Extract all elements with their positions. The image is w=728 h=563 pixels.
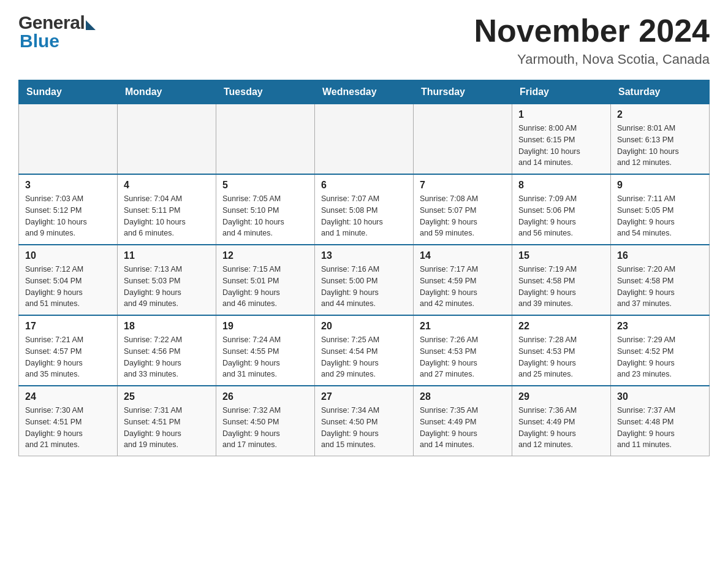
logo: General Blue [18,12,96,52]
calendar-cell: 1Sunrise: 8:00 AM Sunset: 6:15 PM Daylig… [512,104,611,175]
weekday-header-saturday: Saturday [611,80,710,104]
calendar-cell: 28Sunrise: 7:35 AM Sunset: 4:49 PM Dayli… [414,386,512,456]
logo-text-general: General [18,12,85,33]
day-number: 16 [617,250,703,261]
day-info: Sunrise: 8:01 AM Sunset: 6:13 PM Dayligh… [617,123,703,169]
day-number: 17 [25,321,111,332]
logo-blue-row: Blue [20,31,59,52]
week-row-3: 10Sunrise: 7:12 AM Sunset: 5:04 PM Dayli… [19,245,710,315]
day-info: Sunrise: 7:16 AM Sunset: 5:00 PM Dayligh… [321,264,407,310]
calendar-cell: 17Sunrise: 7:21 AM Sunset: 4:57 PM Dayli… [19,315,118,386]
calendar-cell: 25Sunrise: 7:31 AM Sunset: 4:51 PM Dayli… [118,386,216,456]
calendar-cell [216,104,315,175]
day-info: Sunrise: 7:34 AM Sunset: 4:50 PM Dayligh… [321,405,407,451]
day-info: Sunrise: 7:09 AM Sunset: 5:06 PM Dayligh… [518,193,604,239]
calendar-cell: 6Sunrise: 7:07 AM Sunset: 5:08 PM Daylig… [315,174,414,245]
day-number: 20 [321,321,407,332]
calendar-cell: 27Sunrise: 7:34 AM Sunset: 4:50 PM Dayli… [315,386,414,456]
day-number: 22 [518,321,604,332]
calendar-cell: 7Sunrise: 7:08 AM Sunset: 5:07 PM Daylig… [414,174,512,245]
day-number: 21 [420,321,506,332]
calendar-cell: 5Sunrise: 7:05 AM Sunset: 5:10 PM Daylig… [216,174,315,245]
weekday-header-tuesday: Tuesday [216,80,315,104]
week-row-1: 1Sunrise: 8:00 AM Sunset: 6:15 PM Daylig… [19,104,710,175]
day-info: Sunrise: 7:21 AM Sunset: 4:57 PM Dayligh… [25,334,111,380]
week-row-4: 17Sunrise: 7:21 AM Sunset: 4:57 PM Dayli… [19,315,710,386]
title-section: November 2024 Yarmouth, Nova Scotia, Can… [474,12,710,67]
location-subtitle: Yarmouth, Nova Scotia, Canada [474,52,710,67]
weekday-header-thursday: Thursday [414,80,512,104]
day-number: 8 [518,180,604,191]
calendar-cell: 24Sunrise: 7:30 AM Sunset: 4:51 PM Dayli… [19,386,118,456]
day-number: 9 [617,180,703,191]
day-info: Sunrise: 7:15 AM Sunset: 5:01 PM Dayligh… [222,264,308,310]
day-number: 27 [321,391,407,402]
day-number: 26 [222,391,308,402]
calendar-table: SundayMondayTuesdayWednesdayThursdayFrid… [18,80,710,456]
day-number: 19 [222,321,308,332]
day-number: 28 [420,391,506,402]
day-info: Sunrise: 7:22 AM Sunset: 4:56 PM Dayligh… [124,334,210,380]
day-number: 25 [124,391,210,402]
calendar-cell: 2Sunrise: 8:01 AM Sunset: 6:13 PM Daylig… [611,104,710,175]
logo-chevron-icon [86,20,96,30]
day-info: Sunrise: 7:11 AM Sunset: 5:05 PM Dayligh… [617,193,703,239]
day-number: 4 [124,180,210,191]
logo-text-blue: Blue [20,31,59,51]
calendar-cell: 29Sunrise: 7:36 AM Sunset: 4:49 PM Dayli… [512,386,611,456]
day-number: 18 [124,321,210,332]
calendar-cell: 16Sunrise: 7:20 AM Sunset: 4:58 PM Dayli… [611,245,710,315]
day-number: 24 [25,391,111,402]
day-info: Sunrise: 7:26 AM Sunset: 4:53 PM Dayligh… [420,334,506,380]
day-info: Sunrise: 7:03 AM Sunset: 5:12 PM Dayligh… [25,193,111,239]
day-info: Sunrise: 7:24 AM Sunset: 4:55 PM Dayligh… [222,334,308,380]
weekday-header-friday: Friday [512,80,611,104]
calendar-cell: 14Sunrise: 7:17 AM Sunset: 4:59 PM Dayli… [414,245,512,315]
day-number: 1 [518,109,604,120]
calendar-cell: 11Sunrise: 7:13 AM Sunset: 5:03 PM Dayli… [118,245,216,315]
calendar-cell: 20Sunrise: 7:25 AM Sunset: 4:54 PM Dayli… [315,315,414,386]
day-number: 30 [617,391,703,402]
day-info: Sunrise: 7:28 AM Sunset: 4:53 PM Dayligh… [518,334,604,380]
weekday-header-row: SundayMondayTuesdayWednesdayThursdayFrid… [19,80,710,104]
calendar-cell: 22Sunrise: 7:28 AM Sunset: 4:53 PM Dayli… [512,315,611,386]
day-info: Sunrise: 7:17 AM Sunset: 4:59 PM Dayligh… [420,264,506,310]
calendar-cell [118,104,216,175]
day-number: 10 [25,250,111,261]
day-number: 29 [518,391,604,402]
day-info: Sunrise: 7:07 AM Sunset: 5:08 PM Dayligh… [321,193,407,239]
calendar-cell: 15Sunrise: 7:19 AM Sunset: 4:58 PM Dayli… [512,245,611,315]
day-number: 5 [222,180,308,191]
calendar-cell: 23Sunrise: 7:29 AM Sunset: 4:52 PM Dayli… [611,315,710,386]
day-number: 14 [420,250,506,261]
calendar-cell [414,104,512,175]
calendar-cell: 13Sunrise: 7:16 AM Sunset: 5:00 PM Dayli… [315,245,414,315]
day-number: 11 [124,250,210,261]
calendar-cell: 18Sunrise: 7:22 AM Sunset: 4:56 PM Dayli… [118,315,216,386]
weekday-header-wednesday: Wednesday [315,80,414,104]
day-info: Sunrise: 7:25 AM Sunset: 4:54 PM Dayligh… [321,334,407,380]
day-info: Sunrise: 7:37 AM Sunset: 4:48 PM Dayligh… [617,405,703,451]
calendar-cell: 26Sunrise: 7:32 AM Sunset: 4:50 PM Dayli… [216,386,315,456]
day-info: Sunrise: 7:35 AM Sunset: 4:49 PM Dayligh… [420,405,506,451]
day-info: Sunrise: 7:29 AM Sunset: 4:52 PM Dayligh… [617,334,703,380]
day-number: 13 [321,250,407,261]
weekday-header-sunday: Sunday [19,80,118,104]
calendar-cell: 4Sunrise: 7:04 AM Sunset: 5:11 PM Daylig… [118,174,216,245]
day-number: 3 [25,180,111,191]
calendar-cell: 21Sunrise: 7:26 AM Sunset: 4:53 PM Dayli… [414,315,512,386]
week-row-5: 24Sunrise: 7:30 AM Sunset: 4:51 PM Dayli… [19,386,710,456]
day-number: 7 [420,180,506,191]
day-info: Sunrise: 7:30 AM Sunset: 4:51 PM Dayligh… [25,405,111,451]
calendar-cell: 19Sunrise: 7:24 AM Sunset: 4:55 PM Dayli… [216,315,315,386]
day-number: 12 [222,250,308,261]
day-info: Sunrise: 7:05 AM Sunset: 5:10 PM Dayligh… [222,193,308,239]
day-number: 15 [518,250,604,261]
day-info: Sunrise: 7:19 AM Sunset: 4:58 PM Dayligh… [518,264,604,310]
calendar-cell: 12Sunrise: 7:15 AM Sunset: 5:01 PM Dayli… [216,245,315,315]
calendar-cell [315,104,414,175]
day-info: Sunrise: 7:04 AM Sunset: 5:11 PM Dayligh… [124,193,210,239]
day-info: Sunrise: 8:00 AM Sunset: 6:15 PM Dayligh… [518,123,604,169]
calendar-cell [19,104,118,175]
day-number: 23 [617,321,703,332]
